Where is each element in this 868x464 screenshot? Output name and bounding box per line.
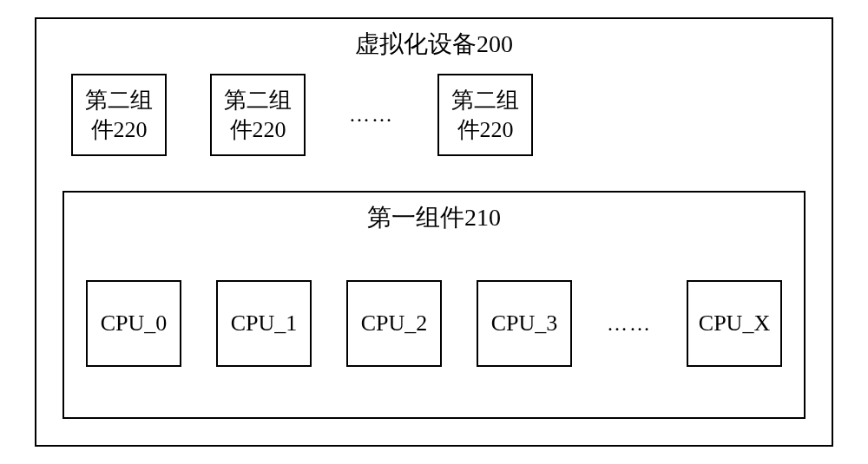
second-components-row: 第二组件220 第二组件220 …… 第二组件220 xyxy=(62,74,806,156)
ellipsis-text: …… xyxy=(349,103,394,127)
inner-title: 第一组件210 xyxy=(86,201,782,234)
cpu-box: CPU_3 xyxy=(477,280,572,367)
cpu-box: CPU_0 xyxy=(86,280,181,367)
cpu-box: CPU_2 xyxy=(346,280,442,367)
ellipsis-text: …… xyxy=(607,312,652,336)
second-component-box: 第二组件220 xyxy=(437,74,533,156)
second-component-box: 第二组件220 xyxy=(210,74,306,156)
first-component-container: 第一组件210 CPU_0 CPU_1 CPU_2 CPU_3 …… CPU_X xyxy=(62,191,806,419)
cpu-row: CPU_0 CPU_1 CPU_2 CPU_3 …… CPU_X xyxy=(86,252,782,395)
virtualization-device-container: 虚拟化设备200 第二组件220 第二组件220 …… 第二组件220 第一组件… xyxy=(35,17,833,447)
outer-title: 虚拟化设备200 xyxy=(62,28,806,61)
second-component-box: 第二组件220 xyxy=(71,74,167,156)
cpu-box: CPU_X xyxy=(687,280,782,367)
cpu-box: CPU_1 xyxy=(216,280,312,367)
